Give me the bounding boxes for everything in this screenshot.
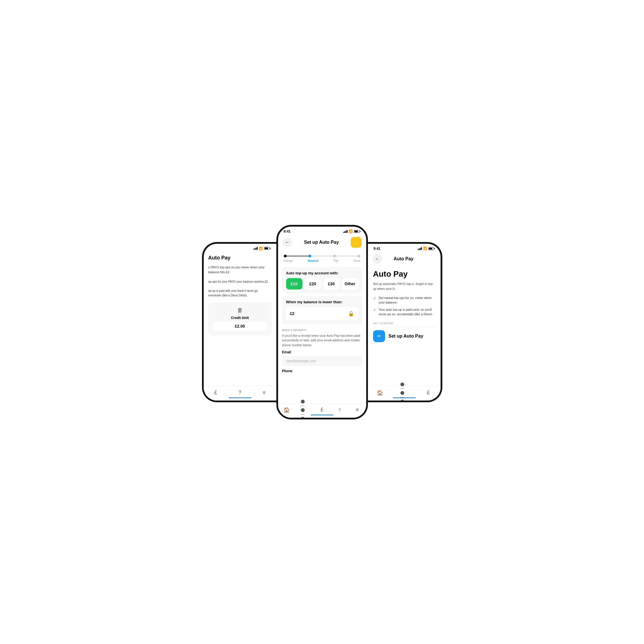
lightning-button[interactable]: ⚡ bbox=[351, 237, 362, 248]
step-line-3 bbox=[336, 256, 358, 256]
setup-autopay-label: Set up Auto Pay bbox=[389, 334, 423, 339]
credit-card: 🗑 Credit limit £2.00 bbox=[208, 302, 272, 335]
bullet-text-1: Set repeat top-ups for yo- meter when yo… bbox=[379, 296, 435, 305]
left-phone-title: Auto Pay bbox=[208, 255, 272, 261]
receipt-section: NEED A RECEIPT? If you'd like a receipt … bbox=[278, 326, 366, 377]
divider bbox=[373, 327, 435, 327]
right-nav-header: ← Auto Pay bbox=[368, 252, 441, 266]
credit-value: £2.00 bbox=[213, 322, 267, 331]
topup-card-title: Auto top-up my account with: bbox=[286, 271, 358, 275]
phone-center: 9:41 📶 ← Set up Auto Pay ⚡ bbox=[276, 225, 368, 419]
left-status-icons: 📶 bbox=[253, 247, 271, 250]
right-status-time: 9:41 bbox=[374, 247, 381, 251]
left-nav-help-icon[interactable]: ? bbox=[236, 389, 243, 397]
right-bottom-nav: 🏠 ⬤—⬤—⬤ £ bbox=[368, 386, 441, 401]
amount-btn-30[interactable]: £30 bbox=[323, 278, 340, 290]
center-nav-title: Set up Auto Pay bbox=[304, 240, 339, 245]
right-battery-icon bbox=[428, 247, 435, 250]
left-nav-money-icon[interactable]: £ bbox=[212, 389, 219, 397]
right-description: Set up automatic PAYG top-u- forget to t… bbox=[373, 282, 435, 292]
step-dot-amount bbox=[308, 255, 311, 257]
center-back-button[interactable]: ← bbox=[283, 237, 292, 247]
left-desc1: c PAYG top-ups so you never when your ba… bbox=[208, 265, 272, 275]
left-bottom-bar bbox=[229, 397, 251, 398]
balance-value: £2 bbox=[290, 311, 295, 316]
center-nav-menu-icon[interactable]: ≡ bbox=[354, 406, 361, 414]
right-main-title: Auto Pay bbox=[373, 270, 435, 279]
right-status-bar: 9:41 📶 bbox=[368, 244, 441, 252]
credit-label: Credit limit bbox=[213, 316, 267, 320]
center-stepper: Energy Amount Pay Done bbox=[278, 250, 366, 265]
step-line-1 bbox=[287, 256, 308, 256]
step-label-done: Done bbox=[354, 259, 360, 262]
step-labels: Energy Amount Pay Done bbox=[284, 259, 360, 262]
center-status-icons: 📶 bbox=[343, 229, 360, 233]
amount-btn-20[interactable]: £20 bbox=[305, 278, 321, 290]
topup-card: Auto top-up my account with: £10 £20 £30… bbox=[282, 267, 362, 294]
right-bottom-bar bbox=[393, 397, 416, 398]
lock-icon: 🔒 bbox=[348, 310, 354, 317]
stepper-track bbox=[284, 255, 360, 257]
get-started-label: GET STARTED bbox=[373, 322, 435, 325]
balance-input: £2 🔒 bbox=[286, 307, 358, 320]
center-wifi-icon: 📶 bbox=[349, 229, 353, 233]
email-input[interactable]: sam@example.com bbox=[282, 356, 362, 366]
right-nav-activity-icon[interactable]: ⬤—⬤—⬤ bbox=[400, 389, 408, 397]
right-content: Auto Pay Set up automatic PAYG top-u- fo… bbox=[368, 266, 441, 346]
center-nav-home-icon[interactable]: 🏠 bbox=[283, 406, 290, 414]
right-nav-title: Auto Pay bbox=[394, 256, 413, 261]
right-nav-home-icon[interactable]: 🏠 bbox=[376, 389, 384, 397]
right-wifi-icon: 📶 bbox=[423, 247, 427, 250]
receipt-label: NEED A RECEIPT? bbox=[282, 329, 362, 332]
left-bullets: op-ups for your PAYG your balance reache… bbox=[208, 280, 272, 298]
right-back-button[interactable]: ← bbox=[372, 254, 382, 264]
receipt-description: If you'd like a receipt when your Auto P… bbox=[282, 333, 362, 348]
step-dot-pay bbox=[333, 255, 336, 257]
left-bottom-nav: £ ? ≡ bbox=[204, 386, 276, 401]
battery-icon bbox=[264, 247, 271, 250]
center-status-bar: 9:41 📶 bbox=[278, 227, 366, 235]
center-battery-icon bbox=[354, 230, 360, 233]
center-nav-header: ← Set up Auto Pay ⚡ bbox=[278, 235, 366, 250]
setup-autopay-button[interactable]: ∞ Set up Auto Pay bbox=[373, 330, 435, 342]
center-signal-icon bbox=[343, 230, 348, 233]
left-content: Auto Pay c PAYG top-ups so you never whe… bbox=[204, 251, 276, 341]
step-dot-energy bbox=[284, 255, 287, 257]
amount-btn-other[interactable]: Other bbox=[342, 278, 358, 290]
right-bullet-list: ✓ Set repeat top-ups for yo- meter when … bbox=[373, 296, 435, 317]
step-label-amount: Amount bbox=[308, 259, 319, 262]
left-status-bar: 📶 bbox=[204, 244, 276, 251]
right-bullet-item-1: ✓ Set repeat top-ups for yo- meter when … bbox=[373, 296, 435, 305]
check-icon-2: ✓ bbox=[373, 308, 377, 312]
center-nav-money-icon[interactable]: £ bbox=[318, 406, 326, 414]
step-dot-done bbox=[358, 255, 360, 257]
balance-card: When my balance is lower than: £2 🔒 bbox=[282, 296, 362, 324]
phone-right: 9:41 📶 ← Auto Pay bbox=[368, 242, 442, 402]
left-bullet1: op-ups for your PAYG your balance reache… bbox=[208, 280, 272, 284]
center-nav-activity-icon[interactable]: ⬤—⬤—⬤ bbox=[301, 406, 308, 414]
right-bullet-item-2: ✓ Your auto top-up is paid card, so you'… bbox=[373, 307, 435, 317]
amount-grid: £10 £20 £30 Other bbox=[286, 278, 358, 290]
center-bottom-bar bbox=[311, 415, 334, 415]
right-nav-money-icon[interactable]: £ bbox=[425, 389, 432, 397]
setup-autopay-icon: ∞ bbox=[373, 330, 385, 342]
right-status-icons: 📶 bbox=[418, 247, 435, 250]
wifi-icon: 📶 bbox=[259, 247, 263, 250]
phone-field-label: Phone bbox=[282, 369, 362, 373]
amount-btn-10[interactable]: £10 bbox=[286, 278, 302, 290]
center-status-time: 9:41 bbox=[284, 229, 291, 233]
step-line-2 bbox=[311, 256, 333, 256]
email-field-label: Email bbox=[282, 350, 362, 354]
left-nav-menu-icon[interactable]: ≡ bbox=[260, 389, 268, 397]
center-bottom-nav: 🏠 ⬤—⬤—⬤ £ ? ≡ bbox=[278, 403, 366, 418]
check-icon-1: ✓ bbox=[373, 296, 377, 300]
phone-left: 📶 Auto Pay c PAYG top-ups so you never w… bbox=[202, 242, 276, 402]
balance-card-title: When my balance is lower than: bbox=[286, 300, 358, 304]
center-nav-help-icon[interactable]: ? bbox=[336, 406, 343, 414]
scene: 📶 Auto Pay c PAYG top-ups so you never w… bbox=[165, 225, 479, 419]
right-signal-icon bbox=[418, 247, 422, 250]
trash-icon: 🗑 bbox=[213, 307, 267, 314]
step-label-pay: Pay bbox=[334, 259, 338, 262]
bullet-text-2: Your auto top-up is paid card, so you'll… bbox=[379, 307, 435, 317]
signal-icon bbox=[253, 247, 258, 250]
